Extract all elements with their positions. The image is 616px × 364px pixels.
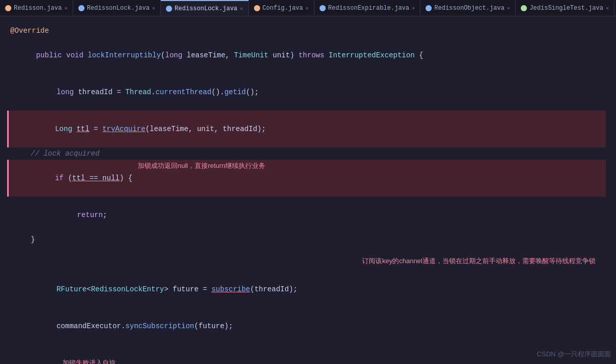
closing-brace-1: } xyxy=(31,233,35,246)
kw-return: return xyxy=(77,211,102,219)
subscribe-params: (threadId); xyxy=(250,285,298,293)
type-timeunit: TimeUnit xyxy=(234,51,273,59)
kw-public: public xyxy=(36,51,66,59)
code-line-threadid: long threadId = Thread.currentThread().g… xyxy=(10,74,606,111)
code-line-empty2 xyxy=(10,345,606,357)
return-semi: ; xyxy=(103,211,107,219)
tab-label-redissonlock2: RedissonLock.java xyxy=(175,5,237,12)
fn-syncsubscription: syncSubscription xyxy=(125,322,194,330)
kw-throws: throws xyxy=(299,51,329,59)
tab-icon-redissonlock1 xyxy=(78,5,84,11)
code-line-if-ttl: if (ttl == null) { 加锁成功返回null，直接return继续… xyxy=(7,160,606,197)
fn-currentthread: currentThread xyxy=(156,88,211,96)
tab-close-jedissingletest[interactable]: ✕ xyxy=(606,5,609,11)
tab-config[interactable]: Config.java ✕ xyxy=(249,0,314,16)
method-signature: public void lockInterruptibly(long lease… xyxy=(10,37,423,74)
thread-call3: (); xyxy=(246,88,259,96)
rfuture-generic-close: > future = xyxy=(164,285,211,293)
tab-label-redissonexpirable: RedissonExpirable.java xyxy=(328,5,409,12)
fn-getid: getid xyxy=(224,88,246,96)
tab-redissonobject[interactable]: RedissonObject.java ✕ xyxy=(420,0,516,16)
tab-label-jedissingletest: JedisSingleTest.java xyxy=(529,5,603,12)
tab-icon-config xyxy=(254,5,260,11)
rfuture-generic: < xyxy=(87,285,91,293)
tab-icon-jedissingletest xyxy=(521,5,527,11)
tab-icon-redissonlock2 xyxy=(166,6,172,12)
type-long: Long xyxy=(55,125,76,133)
tab-close-redissonobject[interactable]: ✕ xyxy=(507,5,510,11)
rfuture-code: RFuture<RedissonLockEntry> future = subs… xyxy=(31,271,298,308)
code-line-return: return; xyxy=(10,197,606,233)
watermark: CSDN @一只程序圆圆圆 xyxy=(537,350,611,359)
var-ttl: ttl xyxy=(76,125,89,133)
code-line-brace1: } xyxy=(10,233,606,246)
annotation-lock-success: 加锁成功返回null，直接return继续执行业务 xyxy=(138,160,265,172)
code-line-method: public void lockInterruptibly(long lease… xyxy=(10,37,606,74)
if-ttl-code: if (ttl == null) { xyxy=(29,160,133,197)
thread-call2: (). xyxy=(211,88,224,96)
tab-close-redissonexpirable[interactable]: ✕ xyxy=(412,5,415,11)
ttl-code: Long ttl = tryAcquire(leaseTime, unit, t… xyxy=(29,111,266,147)
fn-tryacquire: tryAcquire xyxy=(102,125,145,133)
tab-close-redissonlock1[interactable]: ✕ xyxy=(152,5,155,11)
tab-bar: Redisson.java ✕ RedissonLock.java ✕ Redi… xyxy=(0,0,616,16)
commandexecutor-call: commandExecutor. xyxy=(56,322,125,330)
fn-lockinterruptibly: lockInterruptibly xyxy=(88,51,161,59)
thread-call: . xyxy=(151,88,155,96)
code-line-override: @Override xyxy=(10,25,606,37)
tab-icon-redissonobject xyxy=(426,5,432,11)
tab-redissonexpirable[interactable]: RedissonExpirable.java ✕ xyxy=(314,0,420,16)
code-line-rfuture: RFuture<RedissonLockEntry> future = subs… xyxy=(10,271,606,308)
tab-icon-redissonexpirable xyxy=(320,5,326,11)
kw-long2: long xyxy=(56,88,78,96)
tab-label-redissonlock1: RedissonLock.java xyxy=(87,5,150,12)
tab-redisson[interactable]: Redisson.java ✕ xyxy=(0,0,73,16)
try-code: try { xyxy=(10,357,57,364)
commandexecutor-code: commandExecutor.syncSubscription(future)… xyxy=(31,308,233,345)
fn-subscribe: subscribe xyxy=(211,285,250,293)
code-line-commandexecutor: commandExecutor.syncSubscription(future)… xyxy=(10,308,606,345)
code-line-comment1: // lock acquired xyxy=(10,147,606,160)
syncsubscription-params: (future); xyxy=(194,322,233,330)
annotation-spinlock: 加锁失败进入自旋 xyxy=(62,357,116,364)
type-thread: Thread xyxy=(125,88,151,96)
tab-icon-redisson xyxy=(5,5,11,11)
tab-label-config: Config.java xyxy=(263,5,303,12)
tab-close-config[interactable]: ✕ xyxy=(306,5,309,11)
kw-if: if xyxy=(55,174,68,182)
type-redissonlockentry: RedissonLockEntry xyxy=(91,285,164,293)
threadid-code: long threadId = Thread.currentThread().g… xyxy=(31,74,259,111)
return-code: return; xyxy=(51,197,107,233)
tab-label-redisson: Redisson.java xyxy=(14,5,62,12)
code-area: @Override public void lockInterruptibly(… xyxy=(0,16,616,364)
param-leasetime: leaseTime, xyxy=(187,51,234,59)
ttl-params: (leaseTime, unit, threadId); xyxy=(145,125,266,133)
code-line-try: try { 加锁失败进入自旋 xyxy=(10,357,606,364)
if-paren-close: ) { xyxy=(119,174,132,182)
kw-void: void xyxy=(66,51,88,59)
tab-jedissingletest[interactable]: JedisSingleTest.java ✕ xyxy=(516,0,614,16)
code-line-ttl: Long ttl = tryAcquire(leaseTime, unit, t… xyxy=(7,111,606,147)
annotation-override: @Override xyxy=(10,25,49,37)
tab-redissonlock-1[interactable]: RedissonLock.java ✕ xyxy=(73,0,161,16)
ttl-eq: = xyxy=(90,125,102,133)
kw-long: long xyxy=(165,51,186,59)
tab-label-redissonobject: RedissonObject.java xyxy=(434,5,504,12)
param-unit: unit) xyxy=(273,51,299,59)
comment-lock-acquired-1: // lock acquired xyxy=(31,147,99,160)
method-brace: { xyxy=(415,51,423,59)
if-paren-open: ( xyxy=(68,174,72,182)
type-interruptedexception: InterruptedException xyxy=(329,51,415,59)
tab-redissonlock-2[interactable]: RedissonLock.java ✕ xyxy=(161,0,248,16)
tab-close-redissonlock2[interactable]: ✕ xyxy=(240,6,243,12)
var-threadid: threadId = xyxy=(78,88,125,96)
type-rfuture: RFuture xyxy=(56,285,87,293)
if-ttl-var: ttl == null xyxy=(72,174,119,182)
annotation-subscribe: 订阅该key的channel通道，当锁在过期之前手动释放，需要唤醒等待线程竞争锁 xyxy=(362,255,596,267)
tab-close-redisson[interactable]: ✕ xyxy=(65,5,68,11)
